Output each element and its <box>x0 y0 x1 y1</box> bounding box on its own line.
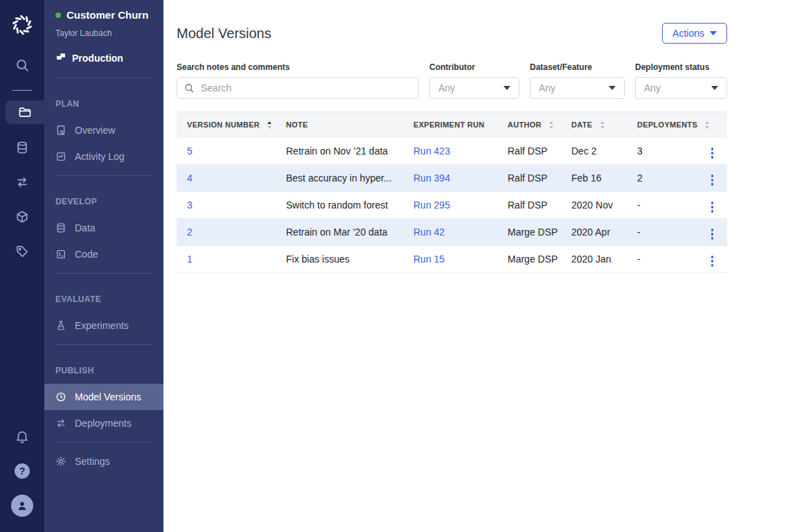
date-cell: Feb 16 <box>571 165 637 192</box>
version-link[interactable]: 2 <box>187 227 193 238</box>
tags-icon[interactable] <box>8 238 36 265</box>
author-cell: Ralf DSP <box>508 138 571 165</box>
help-icon[interactable]: ? <box>8 457 36 485</box>
deployments-cell: 3 <box>637 138 699 165</box>
filter-search: Search notes and comments <box>177 63 419 99</box>
section-publish: PUBLISH <box>44 351 163 384</box>
column-date[interactable]: DATE <box>571 112 637 138</box>
table-body: 5 Retrain on Nov ’21 data Run 423 Ralf D… <box>177 138 727 273</box>
app-logo-icon[interactable] <box>8 11 36 39</box>
sidebar-item-overview[interactable]: Overview <box>44 117 163 143</box>
sidebar-item-code[interactable]: Code <box>44 241 163 267</box>
version-link[interactable]: 5 <box>187 145 193 157</box>
section-plan: PLAN <box>44 84 163 117</box>
column-row-actions <box>699 112 727 138</box>
experiment-run-link[interactable]: Run 15 <box>413 254 445 265</box>
search-icon[interactable] <box>8 51 36 79</box>
sidebar-divider <box>55 273 152 274</box>
sidebar-item-model-versions[interactable]: Model Versions <box>44 384 163 410</box>
version-link[interactable]: 3 <box>187 200 193 211</box>
workspace-blocks-icon <box>55 51 66 65</box>
version-cell: 1 <box>177 246 286 273</box>
caret-down-icon <box>609 86 616 90</box>
table-row: 5 Retrain on Nov ’21 data Run 423 Ralf D… <box>177 138 727 165</box>
column-note: NOTE <box>286 112 413 138</box>
project-status-dot <box>55 12 61 18</box>
sidebar-divider <box>55 78 152 78</box>
main-content: Model Versions Actions Search notes and … <box>163 0 786 532</box>
deployment-status-select[interactable]: Any <box>635 77 727 99</box>
deployments-cell: - <box>637 246 699 273</box>
sidebar-item-activity-log[interactable]: Activity Log <box>44 143 163 170</box>
sidebar-divider <box>55 344 152 345</box>
note-cell: Retrain on Nov ’21 data <box>286 138 413 165</box>
row-menu-kebab-icon[interactable] <box>707 253 718 269</box>
projects-folder-icon[interactable] <box>6 100 44 124</box>
code-terminal-icon <box>55 249 66 260</box>
dataset-feature-select[interactable]: Any <box>530 77 625 99</box>
user-avatar[interactable] <box>8 492 36 520</box>
deployments-rail-icon[interactable] <box>8 168 36 196</box>
workspace-production[interactable]: Production <box>55 51 152 65</box>
registry-package-icon[interactable] <box>8 203 36 231</box>
experiment-run-link[interactable]: Run 295 <box>413 200 450 211</box>
caret-down-icon <box>710 31 717 35</box>
data-database-icon <box>55 222 66 233</box>
row-menu-kebab-icon[interactable] <box>707 199 718 215</box>
experiment-run-cell: Run 295 <box>413 192 508 219</box>
sidebar-item-deployments[interactable]: Deployments <box>44 410 163 436</box>
sidebar-item-data[interactable]: Data <box>44 215 163 241</box>
sidebar-divider <box>55 442 152 443</box>
table-row: 4 Best accuracy in hyper... Run 394 Ralf… <box>177 165 727 192</box>
column-deployments[interactable]: DEPLOYMENTS <box>637 112 699 138</box>
filter-deployment-status: Deployment status Any <box>635 63 727 99</box>
contributor-select[interactable]: Any <box>429 77 519 99</box>
search-label: Search notes and comments <box>177 63 419 72</box>
sidebar-item-settings[interactable]: Settings <box>44 448 163 475</box>
version-link[interactable]: 1 <box>187 254 193 265</box>
caret-down-icon <box>711 86 718 90</box>
project-sidebar: Customer Churn Taylor Laubach Production… <box>44 0 163 532</box>
version-cell: 4 <box>177 165 286 192</box>
date-cell: 2020 Nov <box>571 192 637 219</box>
rail-divider <box>12 90 32 91</box>
experiment-run-link[interactable]: Run 423 <box>413 145 450 157</box>
author-cell: Marge DSP <box>508 219 571 246</box>
date-cell: 2020 Jan <box>571 246 637 273</box>
experiment-run-cell: Run 42 <box>413 219 508 246</box>
row-menu-kebab-icon[interactable] <box>707 145 718 161</box>
note-cell: Best accuracy in hyper... <box>286 165 413 192</box>
sidebar-divider <box>55 175 152 176</box>
version-cell: 5 <box>177 138 286 165</box>
column-author[interactable]: AUTHOR <box>508 112 571 138</box>
version-link[interactable]: 4 <box>187 172 193 184</box>
row-menu-kebab-icon[interactable] <box>707 172 718 188</box>
experiment-run-link[interactable]: Run 42 <box>413 227 445 238</box>
version-cell: 3 <box>177 192 286 219</box>
deployments-swap-icon <box>55 418 66 429</box>
column-version-number[interactable]: VERSION NUMBER <box>177 112 286 138</box>
experiment-run-link[interactable]: Run 394 <box>413 172 450 184</box>
settings-gear-icon <box>55 456 66 467</box>
column-experiment-run: EXPERIMENT RUN <box>413 112 508 138</box>
activity-log-icon <box>55 151 66 162</box>
search-input[interactable] <box>177 77 419 99</box>
notifications-bell-icon[interactable] <box>8 423 36 450</box>
caret-down-icon <box>503 86 510 90</box>
project-owner: Taylor Laubach <box>55 29 152 37</box>
note-cell: Switch to random forest <box>286 192 413 219</box>
sort-icon <box>705 121 709 129</box>
section-develop: DEVELOP <box>44 181 163 215</box>
sort-icon <box>549 121 553 129</box>
table-row: 2 Retrain on Mar ’20 data Run 42 Marge D… <box>177 219 727 246</box>
sidebar-item-experiments[interactable]: Experiments <box>44 312 163 339</box>
row-menu-kebab-icon[interactable] <box>707 226 718 242</box>
project-name: Customer Churn <box>66 10 148 21</box>
note-cell: Fix bias issues <box>286 246 413 273</box>
icon-rail: ? <box>0 0 44 532</box>
page-title: Model Versions <box>177 26 271 42</box>
actions-button[interactable]: Actions <box>662 23 727 44</box>
author-cell: Ralf DSP <box>508 192 571 219</box>
datasets-icon[interactable] <box>8 134 36 161</box>
table-row: 3 Switch to random forest Run 295 Ralf D… <box>177 192 727 219</box>
